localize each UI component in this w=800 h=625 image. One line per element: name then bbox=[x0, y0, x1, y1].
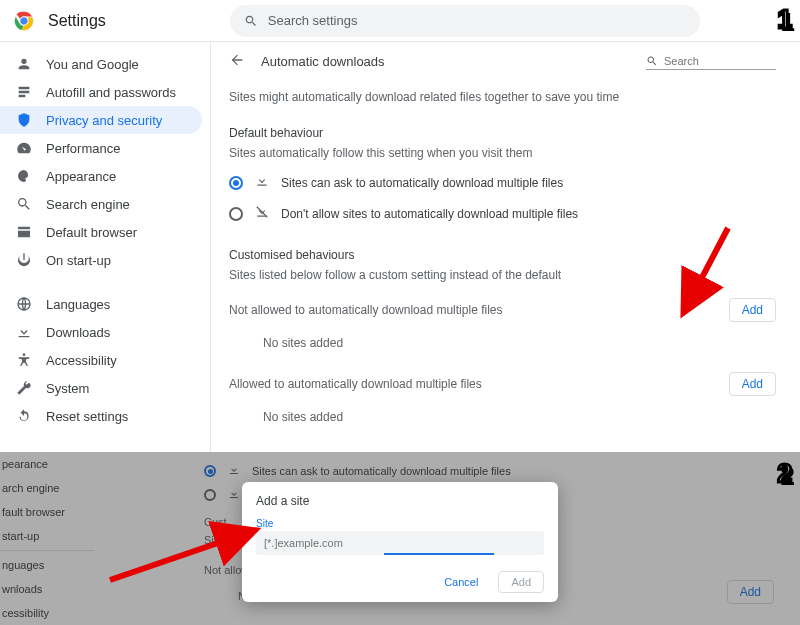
power-icon bbox=[16, 252, 32, 268]
palette-icon bbox=[16, 168, 32, 184]
sidebar-item-label: Reset settings bbox=[46, 409, 128, 424]
sidebar-item-label: Downloads bbox=[46, 325, 110, 340]
radio-allow-downloads[interactable]: Sites can ask to automatically download … bbox=[229, 174, 776, 191]
autofill-icon bbox=[16, 84, 32, 100]
search-icon bbox=[646, 55, 658, 67]
page-title: Automatic downloads bbox=[261, 54, 481, 69]
search-icon bbox=[16, 196, 32, 212]
app-title: Settings bbox=[48, 12, 106, 30]
site-url-input[interactable] bbox=[264, 537, 536, 549]
sidebar-item-downloads[interactable]: Downloads bbox=[0, 318, 202, 346]
sidebar-item-accessibility[interactable]: Accessibility bbox=[0, 346, 202, 374]
chrome-logo-icon bbox=[14, 11, 34, 31]
default-behaviour-sub: Sites automatically follow this setting … bbox=[229, 146, 776, 160]
back-button[interactable] bbox=[229, 52, 247, 70]
allowed-heading: Allowed to automatically download multip… bbox=[229, 377, 482, 391]
no-sites-text: No sites added bbox=[263, 336, 776, 350]
search-placeholder: Search settings bbox=[268, 13, 358, 28]
dialog-field-label: Site bbox=[256, 518, 544, 529]
search-icon bbox=[244, 14, 258, 28]
shield-icon bbox=[16, 112, 32, 128]
wrench-icon bbox=[16, 380, 32, 396]
sidebar-item-label: System bbox=[46, 381, 89, 396]
sidebar-item-on-startup[interactable]: On start-up bbox=[0, 246, 202, 274]
svg-point-5 bbox=[23, 353, 26, 356]
settings-sidebar: You and Google Autofill and passwords Pr… bbox=[0, 42, 210, 452]
sidebar-item-label: Autofill and passwords bbox=[46, 85, 176, 100]
intro-text: Sites might automatically download relat… bbox=[229, 90, 776, 104]
sidebar-item-label: On start-up bbox=[46, 253, 111, 268]
sidebar-item-label: Accessibility bbox=[46, 353, 117, 368]
search-settings-input[interactable]: Search settings bbox=[230, 5, 700, 37]
radio-label: Don't allow sites to automatically downl… bbox=[281, 207, 578, 221]
sidebar-item-reset[interactable]: Reset settings bbox=[0, 402, 202, 430]
annotation-arrow-1 bbox=[638, 218, 738, 332]
radio-label: Sites can ask to automatically download … bbox=[281, 176, 563, 190]
sidebar-item-performance[interactable]: Performance bbox=[0, 134, 202, 162]
sidebar-item-appearance[interactable]: Appearance bbox=[0, 162, 202, 190]
reset-icon bbox=[16, 408, 32, 424]
add-site-dialog: Add a site Site Cancel Add bbox=[242, 482, 558, 602]
sidebar-item-label: You and Google bbox=[46, 57, 139, 72]
svg-point-2 bbox=[21, 17, 28, 24]
sidebar-item-label: Default browser bbox=[46, 225, 137, 240]
browser-icon bbox=[16, 224, 32, 240]
svg-line-8 bbox=[110, 532, 250, 580]
globe-icon bbox=[16, 296, 32, 312]
accessibility-icon bbox=[16, 352, 32, 368]
dialog-title: Add a site bbox=[256, 494, 544, 508]
sidebar-item-label: Languages bbox=[46, 297, 110, 312]
add-allowed-button[interactable]: Add bbox=[729, 372, 776, 396]
step-badge-1: 1 bbox=[778, 6, 792, 32]
default-behaviour-heading: Default behaviour bbox=[229, 126, 776, 140]
sidebar-item-privacy[interactable]: Privacy and security bbox=[0, 106, 202, 134]
radio-selected-icon bbox=[229, 176, 243, 190]
annotation-arrow-2 bbox=[100, 520, 270, 594]
sidebar-item-label: Search engine bbox=[46, 197, 130, 212]
sidebar-item-languages[interactable]: Languages bbox=[0, 290, 202, 318]
sidebar-item-label: Performance bbox=[46, 141, 120, 156]
download-icon bbox=[16, 324, 32, 340]
step-badge-2: 2 bbox=[778, 460, 792, 486]
speedometer-icon bbox=[16, 140, 32, 156]
radio-unselected-icon bbox=[229, 207, 243, 221]
person-icon bbox=[16, 56, 32, 72]
svg-line-7 bbox=[686, 228, 728, 308]
sidebar-item-you-and-google[interactable]: You and Google bbox=[0, 50, 202, 78]
page-search-input[interactable] bbox=[646, 53, 776, 70]
sidebar-item-label: Appearance bbox=[46, 169, 116, 184]
download-icon bbox=[255, 174, 269, 191]
download-blocked-icon bbox=[255, 205, 269, 222]
sidebar-item-default-browser[interactable]: Default browser bbox=[0, 218, 202, 246]
sidebar-item-autofill[interactable]: Autofill and passwords bbox=[0, 78, 202, 106]
sidebar-item-system[interactable]: System bbox=[0, 374, 202, 402]
sidebar-item-search-engine[interactable]: Search engine bbox=[0, 190, 202, 218]
no-sites-text: No sites added bbox=[263, 410, 776, 424]
sidebar-item-label: Privacy and security bbox=[46, 113, 162, 128]
not-allowed-heading: Not allowed to automatically download mu… bbox=[229, 303, 502, 317]
dialog-cancel-button[interactable]: Cancel bbox=[432, 571, 490, 593]
dialog-add-button[interactable]: Add bbox=[498, 571, 544, 593]
